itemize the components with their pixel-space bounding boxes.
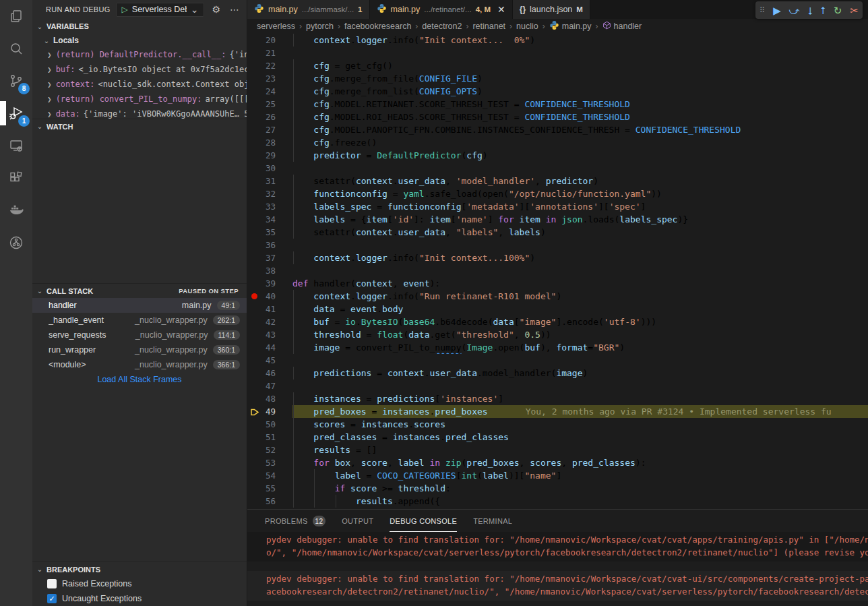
- line-number[interactable]: 35: [247, 226, 292, 239]
- close-icon[interactable]: ✕: [497, 4, 505, 15]
- line-number[interactable]: 47: [247, 380, 292, 392]
- load-all-stack-frames-link[interactable]: Load All Stack Frames: [32, 372, 247, 387]
- line-number[interactable]: 55: [247, 482, 292, 495]
- code-line-21[interactable]: 21: [247, 47, 868, 59]
- line-number[interactable]: 25: [247, 98, 292, 111]
- code-line-30[interactable]: 30: [247, 162, 868, 175]
- code-line-35[interactable]: 35 setattr(context.user_data, "labels", …: [247, 226, 868, 239]
- tab-main-py-1[interactable]: main.py.../retinanet/...4, M✕: [370, 0, 513, 19]
- line-number[interactable]: 45: [247, 354, 292, 367]
- variable-row[interactable]: ❯context:<nuclio_sdk.context.Context obj…: [32, 77, 247, 92]
- code-line-39[interactable]: 39def handler(context, event):: [247, 277, 868, 290]
- line-number[interactable]: 31: [247, 175, 292, 187]
- stack-frame[interactable]: _handle_event_nuclio_wrapper.py262:1: [32, 313, 247, 328]
- code-line-29[interactable]: 29 predictor = DefaultPredictor(cfg): [247, 149, 868, 162]
- locals-group-header[interactable]: ⌄ Locals: [32, 34, 247, 47]
- line-number[interactable]: 27: [247, 123, 292, 136]
- code-line-43[interactable]: 43 threshold = float(data.get("threshold…: [247, 328, 868, 341]
- code-line-28[interactable]: 28 cfg.freeze(): [247, 136, 868, 149]
- disconnect-icon[interactable]: ✂: [850, 5, 859, 16]
- line-number[interactable]: 33: [247, 200, 292, 213]
- code-line-23[interactable]: 23 cfg.merge_from_file(CONFIG_FILE): [247, 72, 868, 85]
- step-out-icon[interactable]: ⭡: [821, 5, 826, 16]
- search-icon[interactable]: [0, 32, 32, 65]
- line-number[interactable]: 23: [247, 72, 292, 85]
- code-line-54[interactable]: 54 label = COCO_CATEGORIES[int(label)]["…: [247, 469, 868, 482]
- code-line-45[interactable]: 45: [247, 354, 868, 367]
- line-number[interactable]: 48: [247, 392, 292, 405]
- explorer-icon[interactable]: [0, 0, 32, 32]
- step-over-icon[interactable]: ⤻: [789, 5, 800, 16]
- line-number[interactable]: 21: [247, 47, 292, 59]
- stack-frame[interactable]: run_wrapper_nuclio_wrapper.py360:1: [32, 342, 247, 357]
- docker-icon[interactable]: [0, 194, 32, 226]
- stack-frame[interactable]: <module>_nuclio_wrapper.py366:1: [32, 357, 247, 372]
- line-number[interactable]: 39: [247, 277, 292, 290]
- line-number[interactable]: 20: [247, 34, 292, 47]
- code-line-27[interactable]: 27 cfg.MODEL.PANOPTIC_FPN.COMBINE.INSTAN…: [247, 123, 868, 136]
- code-line-44[interactable]: 44 image = convert_PIL_to_numpy(Image.op…: [247, 341, 868, 354]
- tab-main-py-0[interactable]: main.py.../siammask/...1: [247, 0, 370, 19]
- stack-frame[interactable]: serve_requests_nuclio_wrapper.py114:1: [32, 328, 247, 342]
- code-line-24[interactable]: 24 cfg.merge_from_list(CONFIG_OPTS): [247, 85, 868, 98]
- code-line-46[interactable]: 46 predictions = context.user_data.model…: [247, 367, 868, 380]
- tab-launch-json-2[interactable]: {}launch.jsonM: [513, 0, 590, 19]
- variable-row[interactable]: ❯(return) convert_PIL_to_numpy:array([[[…: [32, 92, 247, 107]
- line-number[interactable]: 44: [247, 341, 292, 354]
- code-line-36[interactable]: 36: [247, 239, 868, 251]
- start-debug-icon[interactable]: ▷: [122, 5, 128, 13]
- gear-icon[interactable]: ⚙: [210, 4, 222, 15]
- code-line-49[interactable]: 49 pred_boxes = instances.pred_boxesYou,…: [247, 405, 868, 418]
- breadcrumb-item-nuclio[interactable]: nuclio: [516, 22, 538, 31]
- line-number[interactable]: 30: [247, 162, 292, 175]
- code-line-33[interactable]: 33 labels_spec = functionconfig['metadat…: [247, 200, 868, 213]
- checkbox[interactable]: [47, 579, 57, 588]
- code-line-25[interactable]: 25 cfg.MODEL.RETINANET.SCORE_THRESH_TEST…: [247, 98, 868, 111]
- extensions-icon[interactable]: [0, 162, 32, 194]
- line-number[interactable]: 37: [247, 251, 292, 264]
- variable-row[interactable]: ❯(return) DefaultPredictor.__call__:{'in…: [32, 47, 247, 62]
- code-line-20[interactable]: 20 context.logger.info("Init context... …: [247, 34, 868, 47]
- restart-icon[interactable]: ↻: [834, 5, 842, 16]
- code-line-40[interactable]: 40 context.logger.info("Run retinanet-R1…: [247, 290, 868, 303]
- line-number[interactable]: 54: [247, 469, 292, 482]
- panel-tab-debug-console[interactable]: DEBUG CONSOLE: [390, 510, 457, 532]
- line-number[interactable]: 40: [247, 290, 292, 303]
- launch-config-dropdown[interactable]: ▷ Serverless Debu ⌄: [116, 3, 205, 17]
- line-number[interactable]: 49: [247, 405, 292, 418]
- breadcrumb-item-serverless[interactable]: serverless: [257, 22, 295, 31]
- code-line-50[interactable]: 50 scores = instances.scores: [247, 418, 868, 431]
- code-line-22[interactable]: 22 cfg = get_cfg(): [247, 59, 868, 72]
- variables-section-header[interactable]: ⌄ VARIABLES: [32, 19, 247, 34]
- code-line-51[interactable]: 51 pred_classes = instances.pred_classes: [247, 431, 868, 444]
- line-number[interactable]: 28: [247, 136, 292, 149]
- line-number[interactable]: 38: [247, 264, 292, 277]
- breadcrumb-item-facebookresearch[interactable]: facebookresearch: [344, 22, 411, 31]
- run-and-debug-icon[interactable]: 1: [0, 97, 32, 129]
- panel-tab-terminal[interactable]: TERMINAL: [473, 510, 512, 532]
- stack-frame[interactable]: handlermain.py49:1: [32, 298, 247, 313]
- line-number[interactable]: 50: [247, 418, 292, 431]
- line-number[interactable]: 24: [247, 85, 292, 98]
- code-line-47[interactable]: 47: [247, 380, 868, 392]
- line-number[interactable]: 26: [247, 111, 292, 123]
- code-line-34[interactable]: 34 labels = {item['id']: item['name'] fo…: [247, 213, 868, 226]
- continue-icon[interactable]: ▶: [773, 5, 781, 16]
- code-line-55[interactable]: 55 if score >= threshold:: [247, 482, 868, 495]
- code-line-32[interactable]: 32 functionconfig = yaml.safe_load(open(…: [247, 187, 868, 200]
- code-line-26[interactable]: 26 cfg.MODEL.ROI_HEADS.SCORE_THRESH_TEST…: [247, 111, 868, 123]
- line-number[interactable]: 51: [247, 431, 292, 444]
- code-line-37[interactable]: 37 context.logger.info("Init context...1…: [247, 251, 868, 264]
- code-editor[interactable]: 20 context.logger.info("Init context... …: [247, 34, 868, 509]
- watch-section-header[interactable]: ⌄ WATCH: [32, 119, 247, 133]
- code-line-38[interactable]: 38: [247, 264, 868, 277]
- breadcrumb-item-detectron2[interactable]: detectron2: [422, 22, 462, 31]
- git-graph-icon[interactable]: [0, 226, 32, 259]
- line-number[interactable]: 42: [247, 315, 292, 328]
- step-into-icon[interactable]: ⭣: [808, 5, 813, 16]
- panel-tab-output[interactable]: OUTPUT: [342, 510, 373, 532]
- breadcrumb-item-pytorch[interactable]: pytorch: [306, 22, 334, 31]
- line-number[interactable]: 36: [247, 239, 292, 251]
- breakpoints-section-header[interactable]: ⌄ BREAKPOINTS: [32, 562, 247, 576]
- code-line-53[interactable]: 53 for box, score, label in zip(pred_box…: [247, 456, 868, 469]
